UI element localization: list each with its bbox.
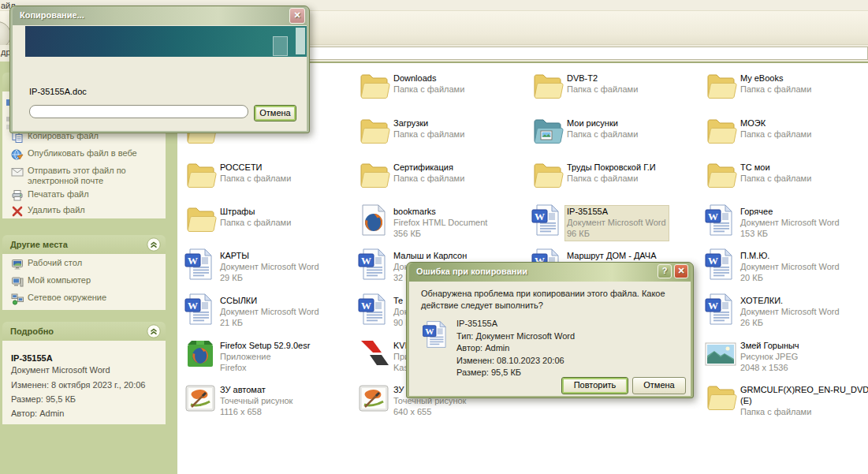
file-sub-line: Точечный рисунок [220,395,292,406]
file-label: ССЫЛКИДокумент Microsoft Word21 КБ [218,295,322,330]
details-header-label: Подробно [10,327,54,336]
task-item-label: Отправить этот файл по электронной почте [28,166,159,186]
file-sub-line: Папка с файлами [393,129,464,140]
file-name: ТС мои [740,162,811,173]
file-sub-line: Папка с файлами [567,173,656,184]
file-label: ЗагрузкиПапка с файлами [392,118,467,141]
close-icon[interactable]: ✕ [674,264,688,278]
error-cancel-button[interactable]: Отмена [632,377,686,394]
copy-dialog-titlebar[interactable]: Копирование... ✕ [13,6,307,25]
file-sub-line: Папка с файлами [220,217,291,228]
file-label: ЗУ автоматТочечный рисунок1116 x 658 [218,384,295,419]
collapse-details-icon[interactable] [147,324,161,338]
file-name: Горячее [740,206,840,217]
copy-dialog-title: Копирование... [20,10,84,20]
place-item-label: Рабочий стол [28,258,82,268]
file-sub-line: Документ Microsoft Word [740,306,840,317]
copy-cancel-button[interactable]: Отмена [254,105,296,121]
details-file-name: IP-35155A [11,353,161,363]
file-name: DVB-T2 [567,73,638,84]
folder-icon [356,69,391,104]
error-message: Обнаружена проблема при копировании этог… [421,288,693,312]
details-size: Размер: 95,5 КБ [11,394,161,404]
file-sub-line: 1116 x 658 [220,406,292,417]
file-name: Firefox Setup 52.9.0esr [220,340,310,351]
firefox-doc-icon [356,203,391,237]
task-item[interactable]: Отправить этот файл по электронной почте [11,166,159,186]
file-label: GRMCULF(X)REO_EN-RU_DVD (E)Папка с файла… [739,384,868,419]
file-name: Загрузки [393,118,464,129]
file-label: DownloadsПапка с файлами [392,73,467,96]
file-name: Мои рисунки [567,118,638,129]
word-document-icon: W [421,319,451,349]
folder-icon [530,69,564,104]
file-sub-line: Папка с файлами [740,173,811,184]
error-file-type: Тип: Документ Microsoft Word [456,330,575,343]
details-header[interactable]: Подробно [2,322,166,341]
file-sub-line: 29 КБ [220,272,319,283]
collapse-places-icon[interactable] [147,237,161,252]
file-name: Штрафы [220,206,291,217]
flying-file-icon [273,36,288,56]
file-sub-line: 356 КБ [393,228,487,239]
file-name: КАРТЫ [220,250,319,261]
error-file-name: IP-35155A [456,318,575,330]
folder-icon [703,114,738,149]
file-name: Маршрут ДОМ - ДАЧА [567,250,656,261]
file-sub-line: Папка с файлами [567,129,638,140]
file-name: IP-35155A [567,206,666,217]
other-places-header[interactable]: Другие места [2,235,166,254]
error-dialog-title: Ошибка при копировании [416,267,527,276]
folder-icon [356,114,391,149]
folder-icon [703,159,738,193]
task-item[interactable]: Удалить файл [11,205,159,218]
close-icon[interactable]: ✕ [289,8,305,24]
file-name: bookmarks [393,206,487,217]
print-icon [11,189,24,202]
error-file-modified: Изменен: 08.10.2023 20:06 [456,355,575,368]
file-name: П.М.Ю. [740,250,840,261]
file-name: МОЭК [740,118,811,129]
place-item[interactable]: Рабочий стол [11,258,159,271]
svg-text:W: W [188,300,198,312]
file-sub-line: 640 x 655 [393,406,466,417]
file-sub-line: 96 КБ [567,228,666,239]
file-sub-line: Папка с файлами [393,84,464,95]
file-sub-line: Документ Microsoft Word [740,217,840,228]
place-item[interactable]: Мой компьютер [11,275,159,288]
task-item[interactable]: Печатать файл [11,189,159,202]
place-item[interactable]: Сетевое окружение [11,293,159,305]
help-icon[interactable]: ? [658,264,672,278]
details-file-type: Документ Microsoft Word [11,365,161,375]
file-name: Змей Горыныч [740,340,799,351]
word-icon: W [703,292,738,327]
file-name: Downloads [393,73,464,84]
svg-text:W: W [361,255,371,267]
task-item-label: Печатать файл [28,189,89,200]
network-icon [11,293,24,305]
task-item-label: Удалить файл [28,205,85,215]
email-icon [11,166,24,178]
folder-pictures-icon [530,114,564,149]
folder-icon [703,69,738,104]
file-name: ССЫЛКИ [220,295,319,306]
error-dialog-body: Обнаружена проблема при копировании этог… [409,282,691,396]
file-name: Труды Покровской Г.И [567,162,656,173]
file-label: КАРТЫДокумент Microsoft Word29 КБ [218,250,322,285]
details-modified: Изменен: 8 октября 2023 г., 20:06 [11,380,161,390]
other-places-panel: Рабочий столМой компьютерСетевое окружен… [2,254,166,310]
file-label: П.М.Ю.Документ Microsoft Word20 КБ [739,250,842,285]
error-dialog-titlebar[interactable]: Ошибка при копировании ? ✕ [409,263,691,282]
svg-text:W: W [708,300,718,312]
file-name: Сертификация [393,162,464,173]
file-label: Труды Покровской Г.ИПапка с файлами [565,162,658,185]
retry-button[interactable]: Повторить [561,377,628,394]
task-item[interactable]: Опубликовать файл в вебе [11,148,159,161]
file-label: ХОТЕЛКИ.Документ Microsoft Word26 КБ [739,295,842,330]
file-sub-line: Firefox HTML Document [393,217,487,228]
file-sub-line: Рисунок JPEG [740,351,799,362]
file-name: My eBooks [740,73,811,84]
file-sub-line: Папка с файлами [740,406,868,417]
paint-icon [183,381,218,416]
folder-icon [183,203,218,237]
